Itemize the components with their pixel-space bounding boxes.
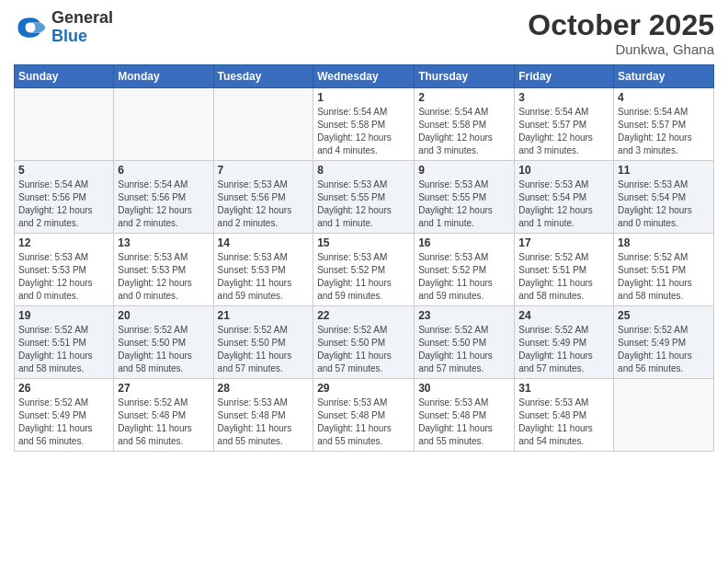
calendar-cell: 13Sunrise: 5:53 AM Sunset: 5:53 PM Dayli… <box>114 234 213 306</box>
calendar-cell: 16Sunrise: 5:53 AM Sunset: 5:52 PM Dayli… <box>415 234 515 306</box>
header-saturday: Saturday <box>614 65 714 88</box>
day-number: 19 <box>18 309 109 322</box>
calendar-cell: 27Sunrise: 5:52 AM Sunset: 5:48 PM Dayli… <box>114 379 213 452</box>
day-info: Sunrise: 5:52 AM Sunset: 5:49 PM Dayligh… <box>618 324 710 375</box>
day-info: Sunrise: 5:53 AM Sunset: 5:54 PM Dayligh… <box>618 178 710 230</box>
day-number: 13 <box>118 236 209 249</box>
day-info: Sunrise: 5:52 AM Sunset: 5:49 PM Dayligh… <box>18 396 109 448</box>
day-info: Sunrise: 5:52 AM Sunset: 5:50 PM Dayligh… <box>317 324 410 375</box>
calendar-cell: 19Sunrise: 5:52 AM Sunset: 5:51 PM Dayli… <box>15 306 114 379</box>
day-info: Sunrise: 5:52 AM Sunset: 5:50 PM Dayligh… <box>218 324 310 375</box>
day-info: Sunrise: 5:53 AM Sunset: 5:56 PM Dayligh… <box>218 178 310 230</box>
day-info: Sunrise: 5:52 AM Sunset: 5:48 PM Dayligh… <box>118 396 209 448</box>
day-info: Sunrise: 5:53 AM Sunset: 5:48 PM Dayligh… <box>518 396 609 448</box>
header-monday: Monday <box>114 65 213 88</box>
calendar-cell: 8Sunrise: 5:53 AM Sunset: 5:55 PM Daylig… <box>313 161 415 234</box>
calendar-cell: 23Sunrise: 5:52 AM Sunset: 5:50 PM Dayli… <box>415 306 515 379</box>
day-info: Sunrise: 5:53 AM Sunset: 5:55 PM Dayligh… <box>317 178 410 230</box>
calendar-cell: 25Sunrise: 5:52 AM Sunset: 5:49 PM Dayli… <box>614 306 714 379</box>
calendar-cell <box>15 88 114 161</box>
day-info: Sunrise: 5:54 AM Sunset: 5:56 PM Dayligh… <box>18 178 109 230</box>
week-row-2: 5Sunrise: 5:54 AM Sunset: 5:56 PM Daylig… <box>15 161 714 234</box>
day-info: Sunrise: 5:54 AM Sunset: 5:57 PM Dayligh… <box>618 106 710 157</box>
calendar-cell: 21Sunrise: 5:52 AM Sunset: 5:50 PM Dayli… <box>213 306 313 379</box>
day-info: Sunrise: 5:52 AM Sunset: 5:50 PM Dayligh… <box>118 324 209 375</box>
day-info: Sunrise: 5:54 AM Sunset: 5:57 PM Dayligh… <box>518 106 609 157</box>
calendar-cell: 22Sunrise: 5:52 AM Sunset: 5:50 PM Dayli… <box>313 306 415 379</box>
day-number: 10 <box>518 164 609 177</box>
day-number: 25 <box>618 309 710 322</box>
day-number: 18 <box>618 236 710 249</box>
day-number: 16 <box>418 236 510 249</box>
logo-blue: Blue <box>51 27 87 45</box>
logo: General Blue <box>14 9 113 46</box>
day-number: 5 <box>18 164 109 177</box>
calendar-cell: 4Sunrise: 5:54 AM Sunset: 5:57 PM Daylig… <box>614 88 714 161</box>
day-number: 27 <box>118 382 209 395</box>
day-number: 12 <box>18 236 109 249</box>
day-info: Sunrise: 5:52 AM Sunset: 5:51 PM Dayligh… <box>618 251 710 303</box>
week-row-4: 19Sunrise: 5:52 AM Sunset: 5:51 PM Dayli… <box>15 306 714 379</box>
calendar-cell: 3Sunrise: 5:54 AM Sunset: 5:57 PM Daylig… <box>515 88 614 161</box>
calendar: Sunday Monday Tuesday Wednesday Thursday… <box>14 64 714 452</box>
weekday-header-row: Sunday Monday Tuesday Wednesday Thursday… <box>15 65 714 88</box>
day-number: 15 <box>317 236 410 249</box>
calendar-cell: 29Sunrise: 5:53 AM Sunset: 5:48 PM Dayli… <box>313 379 415 452</box>
calendar-cell: 31Sunrise: 5:53 AM Sunset: 5:48 PM Dayli… <box>515 379 614 452</box>
day-number: 7 <box>218 164 310 177</box>
day-number: 17 <box>518 236 609 249</box>
day-number: 30 <box>418 382 510 395</box>
day-number: 1 <box>317 91 410 104</box>
day-number: 21 <box>218 309 310 322</box>
calendar-cell: 30Sunrise: 5:53 AM Sunset: 5:48 PM Dayli… <box>415 379 515 452</box>
day-info: Sunrise: 5:53 AM Sunset: 5:55 PM Dayligh… <box>418 178 510 230</box>
calendar-cell <box>114 88 213 161</box>
calendar-cell: 11Sunrise: 5:53 AM Sunset: 5:54 PM Dayli… <box>614 161 714 234</box>
day-info: Sunrise: 5:53 AM Sunset: 5:52 PM Dayligh… <box>317 251 410 303</box>
calendar-cell: 1Sunrise: 5:54 AM Sunset: 5:58 PM Daylig… <box>313 88 415 161</box>
header-thursday: Thursday <box>415 65 515 88</box>
week-row-1: 1Sunrise: 5:54 AM Sunset: 5:58 PM Daylig… <box>15 88 714 161</box>
day-info: Sunrise: 5:53 AM Sunset: 5:53 PM Dayligh… <box>18 251 109 303</box>
header-tuesday: Tuesday <box>213 65 313 88</box>
calendar-cell: 18Sunrise: 5:52 AM Sunset: 5:51 PM Dayli… <box>614 234 714 306</box>
day-number: 2 <box>418 91 510 104</box>
calendar-cell: 5Sunrise: 5:54 AM Sunset: 5:56 PM Daylig… <box>15 161 114 234</box>
calendar-cell: 14Sunrise: 5:53 AM Sunset: 5:53 PM Dayli… <box>213 234 313 306</box>
day-info: Sunrise: 5:52 AM Sunset: 5:50 PM Dayligh… <box>418 324 510 375</box>
day-info: Sunrise: 5:54 AM Sunset: 5:58 PM Dayligh… <box>418 106 510 157</box>
day-info: Sunrise: 5:53 AM Sunset: 5:52 PM Dayligh… <box>418 251 510 303</box>
calendar-cell: 15Sunrise: 5:53 AM Sunset: 5:52 PM Dayli… <box>313 234 415 306</box>
day-number: 3 <box>518 91 609 104</box>
logo-text: General Blue <box>51 9 113 46</box>
day-info: Sunrise: 5:53 AM Sunset: 5:53 PM Dayligh… <box>118 251 209 303</box>
day-info: Sunrise: 5:54 AM Sunset: 5:56 PM Dayligh… <box>118 178 209 230</box>
day-number: 24 <box>518 309 609 322</box>
day-number: 14 <box>218 236 310 249</box>
header-sunday: Sunday <box>15 65 114 88</box>
location: Dunkwa, Ghana <box>528 41 714 57</box>
calendar-cell: 6Sunrise: 5:54 AM Sunset: 5:56 PM Daylig… <box>114 161 213 234</box>
day-info: Sunrise: 5:53 AM Sunset: 5:53 PM Dayligh… <box>218 251 310 303</box>
month-title: October 2025 <box>528 9 714 41</box>
page: General Blue October 2025 Dunkwa, Ghana … <box>0 0 728 563</box>
day-info: Sunrise: 5:52 AM Sunset: 5:49 PM Dayligh… <box>518 324 609 375</box>
logo-icon <box>14 11 47 44</box>
calendar-cell <box>614 379 714 452</box>
day-number: 20 <box>118 309 209 322</box>
day-info: Sunrise: 5:52 AM Sunset: 5:51 PM Dayligh… <box>18 324 109 375</box>
day-info: Sunrise: 5:52 AM Sunset: 5:51 PM Dayligh… <box>518 251 609 303</box>
day-info: Sunrise: 5:53 AM Sunset: 5:48 PM Dayligh… <box>317 396 410 448</box>
day-info: Sunrise: 5:53 AM Sunset: 5:48 PM Dayligh… <box>418 396 510 448</box>
calendar-cell: 20Sunrise: 5:52 AM Sunset: 5:50 PM Dayli… <box>114 306 213 379</box>
day-number: 11 <box>618 164 710 177</box>
day-info: Sunrise: 5:54 AM Sunset: 5:58 PM Dayligh… <box>317 106 410 157</box>
calendar-cell: 17Sunrise: 5:52 AM Sunset: 5:51 PM Dayli… <box>515 234 614 306</box>
header-friday: Friday <box>515 65 614 88</box>
logo-general: General <box>51 8 113 27</box>
day-number: 22 <box>317 309 410 322</box>
calendar-cell: 9Sunrise: 5:53 AM Sunset: 5:55 PM Daylig… <box>415 161 515 234</box>
title-block: October 2025 Dunkwa, Ghana <box>528 9 714 57</box>
day-number: 29 <box>317 382 410 395</box>
calendar-cell: 24Sunrise: 5:52 AM Sunset: 5:49 PM Dayli… <box>515 306 614 379</box>
